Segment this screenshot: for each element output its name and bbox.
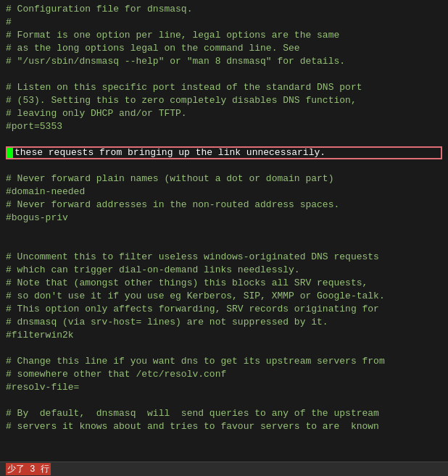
line-content: # leaving only DHCP and/or TFTP.: [6, 107, 187, 120]
line-26: #filterwin2k: [6, 329, 442, 342]
line-32: # By default, dnsmasq will send queries …: [6, 407, 442, 420]
status-bar: 少了 3 行: [0, 462, 448, 476]
line-6: [6, 68, 442, 81]
line-28: # Change this line if you want dns to ge…: [6, 355, 442, 368]
line-22: # Note that (amongst other things) this …: [6, 277, 442, 290]
line-content: #: [6, 16, 12, 29]
line-30: #resolv-file=: [6, 381, 442, 394]
line-content: # This option only affects forwarding, S…: [6, 303, 379, 316]
line-content: # Configuration file for dnsmasq.: [6, 3, 192, 16]
line-content: # as the long options legal on the comma…: [6, 42, 300, 55]
line-1: # Configuration file for dnsmasq.: [6, 3, 442, 16]
line-content: # Never forward plain names (without a d…: [6, 172, 333, 185]
line-content: #port=5353: [6, 120, 62, 133]
line-content: # dnsmasq (via srv-host= lines) are not …: [6, 316, 328, 329]
line-content: #filterwin2k: [6, 329, 74, 342]
status-text: 少了 3 行: [6, 463, 51, 475]
line-23: # so don't use it if you use eg Kerberos…: [6, 290, 442, 303]
line-16: # Never forward addresses in the non-rou…: [6, 199, 442, 212]
line-content: # servers it knows about and tries to fa…: [6, 420, 379, 433]
line-10: #port=5353: [6, 120, 442, 133]
line-content: # By default, dnsmasq will send queries …: [6, 407, 379, 420]
line-20: # Uncomment this to filter useless windo…: [6, 251, 442, 264]
line-content: # (53). Setting this to zero completely …: [6, 94, 357, 107]
line-content: #bogus-priv: [6, 212, 68, 225]
line-21: # which can trigger dial-on-demand links…: [6, 264, 442, 277]
line-8: # (53). Setting this to zero completely …: [6, 94, 442, 107]
code-area[interactable]: # Configuration file for dnsmasq.## Form…: [0, 0, 448, 462]
line-4: # as the long options legal on the comma…: [6, 42, 442, 55]
line-19: [6, 238, 442, 251]
line-content: # Change this line if you want dns to ge…: [6, 355, 385, 368]
line-17: #bogus-priv: [6, 212, 442, 225]
line-content: # "/usr/sbin/dnsmasq --help" or "man 8 d…: [6, 55, 345, 68]
line-content: # which can trigger dial-on-demand links…: [6, 264, 300, 277]
line-27: [6, 342, 442, 355]
line-content: # Never forward addresses in the non-rou…: [6, 199, 339, 212]
line-content: # so don't use it if you use eg Kerberos…: [6, 290, 385, 303]
line-content: # Note that (amongst other things) this …: [6, 277, 368, 290]
line-content: # Uncomment this to filter useless windo…: [6, 251, 379, 264]
line-content: # somewhere other that /etc/resolv.conf: [6, 368, 226, 381]
line-33: # servers it knows about and tries to fa…: [6, 420, 442, 433]
line-9: # leaving only DHCP and/or TFTP.: [6, 107, 442, 120]
line-3: # Format is one option per line, legal o…: [6, 29, 442, 42]
line-15: #domain-needed: [6, 185, 442, 199]
line-11: [6, 133, 442, 146]
line-2: #: [6, 16, 442, 29]
line-18: [6, 225, 442, 238]
line-25: # dnsmasq (via srv-host= lines) are not …: [6, 316, 442, 329]
line-13: [6, 159, 442, 172]
line-7: # Listen on this specific port instead o…: [6, 81, 442, 94]
line-content: # Format is one option per line, legal o…: [6, 29, 339, 42]
line-24: # This option only affects forwarding, S…: [6, 303, 442, 316]
line-31: [6, 394, 442, 407]
line-content: #resolv-file=: [6, 381, 79, 394]
line-29: # somewhere other that /etc/resolv.conf: [6, 368, 442, 381]
cursor: [6, 146, 13, 158]
line-5: # "/usr/sbin/dnsmasq --help" or "man 8 d…: [6, 55, 442, 68]
line-12: these requests from bringing up the link…: [6, 146, 442, 159]
line-14: # Never forward plain names (without a d…: [6, 172, 442, 185]
line-content: these requests from bringing up the link…: [14, 146, 325, 159]
line-content: #domain-needed: [6, 185, 85, 199]
line-content: # Listen on this specific port instead o…: [6, 81, 362, 94]
editor-container: # Configuration file for dnsmasq.## Form…: [0, 0, 448, 476]
